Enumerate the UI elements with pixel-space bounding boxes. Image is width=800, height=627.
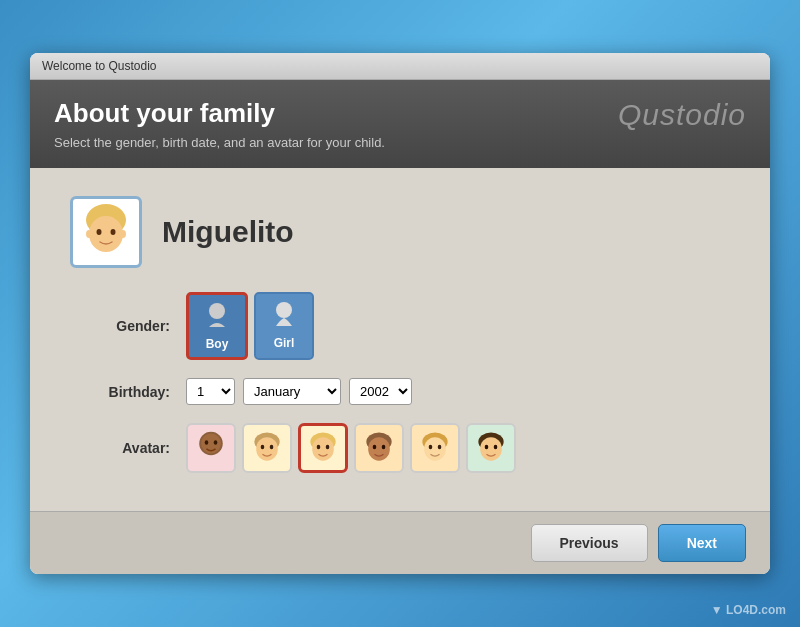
boy-icon [203,301,231,335]
svg-point-27 [438,445,442,450]
svg-point-11 [214,440,218,445]
titlebar: Welcome to Qustodio [30,53,770,80]
svg-point-3 [111,229,116,235]
footer: Previous Next [30,511,770,574]
birthday-month-select[interactable]: JanuaryFebruaryMarchApril MayJuneJulyAug… [243,378,341,405]
svg-point-30 [485,445,489,450]
content-area: Miguelito Gender: Boy [30,168,770,511]
svg-point-14 [261,445,265,450]
page-header: About your family Select the gender, bir… [30,80,770,168]
gender-group: Boy Girl [186,292,314,360]
avatar-option-4[interactable] [354,423,404,473]
boy-label: Boy [206,337,229,351]
boy-button[interactable]: Boy [186,292,248,360]
svg-point-4 [86,230,92,238]
svg-point-25 [424,437,446,461]
watermark: ▼ LO4D.com [711,603,786,617]
svg-point-13 [256,437,278,461]
svg-point-29 [480,437,502,461]
birthday-group: 12345 678910 1112131415 1617181920 21222… [186,378,412,405]
window-title: Welcome to Qustodio [42,59,157,73]
svg-point-6 [209,303,225,319]
svg-point-7 [276,302,292,318]
main-window: Welcome to Qustodio About your family Se… [30,53,770,574]
avatar-option-2[interactable] [242,423,292,473]
child-name: Miguelito [162,215,294,249]
svg-point-18 [317,445,321,450]
avatar-option-3[interactable] [298,423,348,473]
svg-point-2 [97,229,102,235]
svg-point-10 [205,440,209,445]
avatar-option-5[interactable] [410,423,460,473]
svg-point-21 [368,437,390,461]
birthday-label: Birthday: [70,384,170,400]
svg-point-17 [312,437,334,461]
child-info-row: Miguelito [70,196,730,268]
gender-label: Gender: [70,318,170,334]
main-avatar-frame [70,196,142,268]
brand-logo: Qustodio [618,98,746,132]
next-button[interactable]: Next [658,524,746,562]
svg-point-22 [373,445,377,450]
girl-icon [270,300,298,334]
svg-point-15 [270,445,274,450]
avatar-option-6[interactable] [466,423,516,473]
birthday-day-select[interactable]: 12345 678910 1112131415 1617181920 21222… [186,378,235,405]
avatar-group [186,423,516,473]
girl-button[interactable]: Girl [254,292,314,360]
avatar-row: Avatar: [70,423,730,473]
gender-row: Gender: Boy [70,292,730,360]
svg-point-5 [120,230,126,238]
birthday-row: Birthday: 12345 678910 1112131415 161718… [70,378,730,405]
main-avatar-image [76,202,136,262]
previous-button[interactable]: Previous [531,524,648,562]
birthday-year-select[interactable]: 1995199619971998 1999200020012002 200320… [349,378,412,405]
svg-point-1 [89,216,123,252]
page-subtitle: Select the gender, birth date, and an av… [54,135,746,150]
avatar-option-1[interactable] [186,423,236,473]
avatar-label: Avatar: [70,440,170,456]
svg-point-26 [429,445,433,450]
girl-label: Girl [274,336,295,350]
svg-point-19 [326,445,330,450]
svg-point-31 [494,445,498,450]
svg-point-23 [382,445,386,450]
